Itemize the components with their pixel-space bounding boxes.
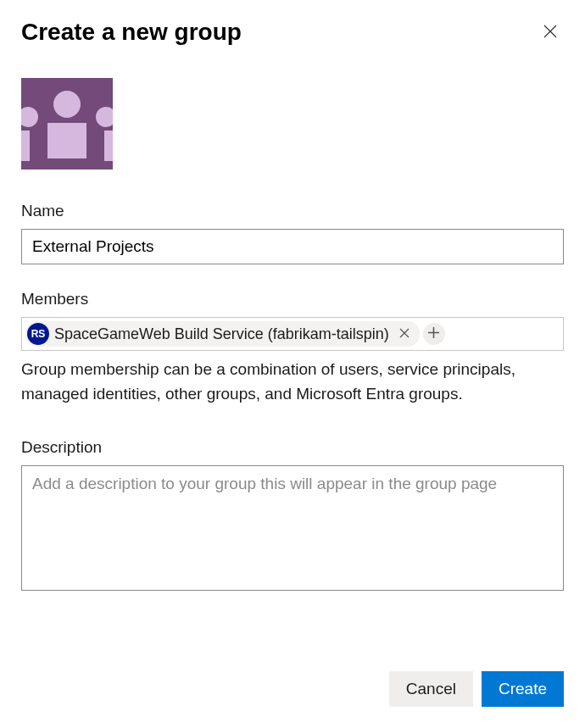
create-button[interactable]: Create: [482, 671, 564, 707]
name-field: Name: [21, 202, 564, 264]
remove-member-button[interactable]: [394, 324, 415, 344]
description-field: Description: [21, 438, 564, 594]
dialog-title: Create a new group: [21, 19, 242, 46]
group-avatar-icon: [21, 78, 113, 169]
close-icon: [543, 25, 557, 41]
add-member-button[interactable]: [423, 323, 445, 345]
name-label: Name: [21, 202, 564, 220]
description-label: Description: [21, 438, 564, 457]
members-label: Members: [21, 290, 564, 308]
dialog-header: Create a new group: [21, 19, 564, 46]
avatar: RS: [27, 323, 49, 345]
remove-icon: [399, 328, 410, 341]
members-input[interactable]: RS SpaceGameWeb Build Service (fabrikam-…: [21, 317, 564, 351]
plus-icon: [428, 327, 439, 341]
member-chip: RS SpaceGameWeb Build Service (fabrikam-…: [25, 321, 420, 347]
members-field: Members RS SpaceGameWeb Build Service (f…: [21, 290, 564, 406]
members-helper-text: Group membership can be a combination of…: [21, 358, 564, 406]
member-chip-label: SpaceGameWeb Build Service (fabrikam-tai…: [54, 325, 389, 343]
cancel-button[interactable]: Cancel: [389, 671, 473, 707]
close-button[interactable]: [537, 19, 564, 46]
description-input[interactable]: [21, 465, 564, 591]
name-input[interactable]: [21, 229, 564, 264]
dialog-footer: Cancel Create: [389, 671, 564, 707]
